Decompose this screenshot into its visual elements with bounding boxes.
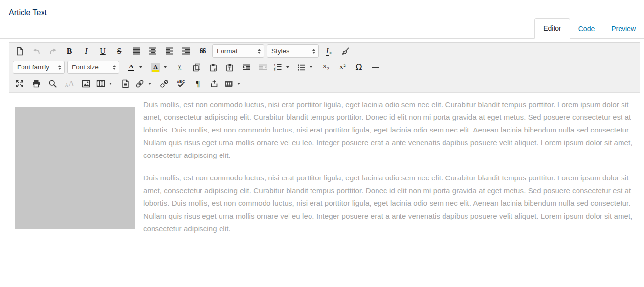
- highlight-color-icon: A: [151, 63, 160, 72]
- table-caret[interactable]: [107, 77, 114, 90]
- horizontal-rule-icon: [372, 67, 379, 68]
- tab-code[interactable]: Code: [570, 19, 603, 39]
- text-color-button[interactable]: A: [125, 61, 137, 74]
- paste-as-text-button[interactable]: [222, 61, 238, 74]
- italic-button[interactable]: I: [78, 44, 94, 58]
- upload-tray-icon: [210, 79, 219, 88]
- table-button[interactable]: [94, 77, 107, 90]
- text-color-icon: A: [128, 63, 134, 71]
- insert-link-button[interactable]: [133, 77, 146, 90]
- paragraph-2: Duis mollis, est non commodo luctus, nis…: [143, 172, 638, 235]
- omega-icon: Ω: [356, 63, 362, 71]
- blockquote-button[interactable]: 66: [194, 44, 211, 58]
- toolbar-row-2: Font family Font size A: [9, 59, 640, 75]
- italic-icon: I: [85, 47, 87, 55]
- print-button[interactable]: [28, 77, 44, 90]
- special-character-button[interactable]: Ω: [351, 61, 367, 74]
- tab-editor[interactable]: Editor: [534, 18, 570, 39]
- superscript-button[interactable]: X2: [334, 61, 351, 74]
- caret-down-icon: [148, 83, 151, 85]
- toolbar-row-1: B I U S: [9, 43, 640, 59]
- underline-icon: U: [100, 47, 106, 55]
- new-document-button[interactable]: [11, 44, 28, 58]
- table-icon: [96, 80, 105, 87]
- clean-formatting-button[interactable]: [337, 44, 354, 58]
- indent-button[interactable]: [238, 61, 255, 74]
- image-placeholder[interactable]: [15, 107, 135, 229]
- align-justify-button[interactable]: [128, 44, 144, 58]
- font-size-select[interactable]: Font size: [67, 61, 119, 74]
- select-arrows-icon: [113, 65, 116, 70]
- subscript-icon: X2: [322, 63, 329, 71]
- remove-format-icon: I×: [326, 47, 332, 55]
- align-left-icon: [165, 47, 174, 55]
- scissors-icon: ✂: [176, 64, 184, 70]
- fullscreen-button[interactable]: [11, 77, 28, 90]
- svg-text:3: 3: [274, 69, 276, 71]
- styles-select[interactable]: Styles: [267, 44, 319, 58]
- print-icon: [32, 79, 41, 88]
- paragraph-marks-button[interactable]: ¶: [189, 77, 206, 90]
- upload-button[interactable]: [206, 77, 222, 90]
- ordered-list-caret[interactable]: [284, 61, 291, 74]
- insert-template-button[interactable]: [117, 77, 133, 90]
- search-button[interactable]: [44, 77, 61, 90]
- unlink-button[interactable]: [156, 77, 173, 90]
- strikethrough-button[interactable]: S: [111, 44, 128, 58]
- fullscreen-icon: [15, 79, 24, 88]
- insert-image-button[interactable]: [78, 77, 94, 90]
- font-family-select[interactable]: Font family: [13, 61, 65, 74]
- highlight-color-splitbutton: A: [149, 61, 169, 74]
- blockquote-icon: 66: [200, 47, 205, 55]
- subscript-button[interactable]: X2: [317, 61, 334, 74]
- bullet-list-caret[interactable]: [308, 61, 314, 74]
- image-icon: [82, 80, 90, 88]
- link-icon: [135, 79, 144, 88]
- align-center-button[interactable]: [144, 44, 161, 58]
- spellcheck-icon: ABC: [177, 80, 185, 88]
- page-title: Article Text: [9, 8, 47, 17]
- cut-button[interactable]: ✂: [172, 61, 188, 74]
- rich-text-editor: B I U S: [9, 42, 640, 287]
- highlight-color-caret[interactable]: [162, 61, 169, 74]
- new-document-icon: [16, 47, 24, 56]
- copy-icon: [192, 63, 201, 72]
- ordered-list-button[interactable]: 123: [271, 61, 284, 74]
- remove-format-button[interactable]: I×: [320, 44, 337, 58]
- font-size-icon-button[interactable]: AA: [61, 77, 78, 90]
- redo-button[interactable]: [44, 44, 61, 58]
- styles-select-value: Styles: [271, 47, 289, 55]
- horizontal-rule-button[interactable]: [367, 61, 384, 74]
- outdent-button[interactable]: [255, 61, 271, 74]
- superscript-icon: X2: [339, 64, 346, 70]
- paste-text-icon: [225, 63, 234, 72]
- outdent-icon: [259, 64, 267, 71]
- caret-down-icon: [139, 66, 142, 68]
- paste-button[interactable]: [205, 61, 222, 74]
- bullet-list-button[interactable]: [295, 61, 308, 74]
- align-right-button[interactable]: [178, 44, 194, 58]
- toolbar-row-3: AA: [9, 75, 640, 91]
- bold-button[interactable]: B: [61, 44, 78, 58]
- align-justify-icon: [132, 47, 140, 55]
- caret-down-icon: [164, 66, 167, 68]
- spellcheck-button[interactable]: ABC: [173, 77, 189, 90]
- copy-button[interactable]: [188, 61, 205, 74]
- format-select[interactable]: Format: [212, 44, 264, 58]
- editor-content-area[interactable]: Duis mollis, est non commodo luctus, nis…: [9, 93, 640, 245]
- paragraph-mark-icon: ¶: [196, 80, 200, 88]
- select-arrows-icon: [258, 49, 261, 54]
- search-icon: [48, 79, 57, 88]
- select-arrows-icon: [58, 65, 61, 70]
- tab-preview[interactable]: Preview: [603, 19, 644, 39]
- table-of-contents-button[interactable]: [222, 77, 235, 90]
- align-left-button[interactable]: [161, 44, 178, 58]
- underline-button[interactable]: U: [94, 44, 111, 58]
- text-color-caret[interactable]: [137, 61, 144, 74]
- template-icon: [121, 79, 130, 88]
- highlight-color-button[interactable]: A: [149, 61, 162, 74]
- paste-icon: [209, 63, 218, 72]
- link-caret[interactable]: [146, 77, 153, 90]
- undo-button[interactable]: [28, 44, 44, 58]
- block-options-caret[interactable]: [235, 77, 242, 90]
